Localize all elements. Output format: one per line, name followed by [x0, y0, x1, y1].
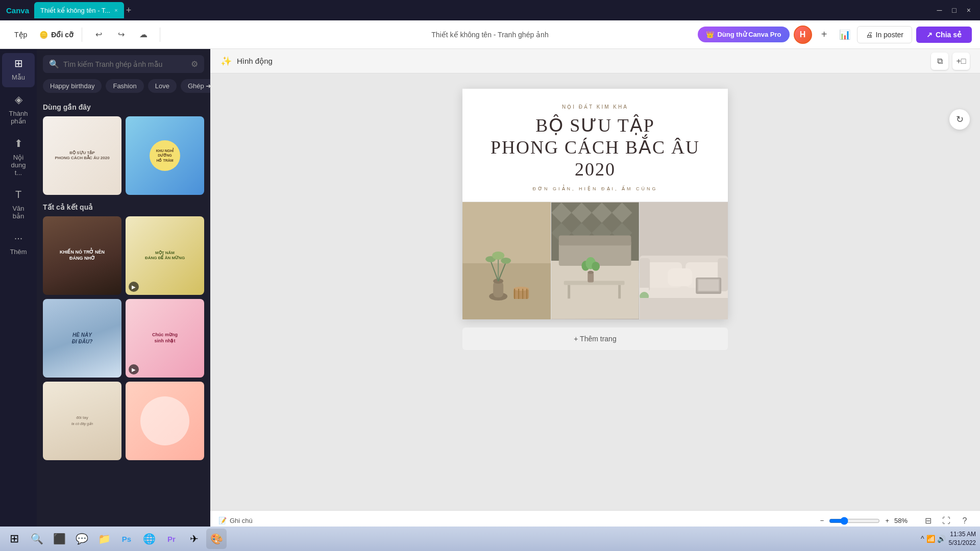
canvas-area: ✨ Hình động ⧉ +□ NỘI ĐẤT KIM KHA BỘ SƯU …	[210, 49, 980, 531]
template-item-7[interactable]: đôi tayta có đây gần	[43, 382, 121, 460]
taskbar-system-tray: ^ 📶 🔊 11:35 AM 5/31/2022	[921, 530, 976, 547]
start-button[interactable]: ⊞	[4, 529, 24, 549]
zoom-slider[interactable]	[829, 517, 880, 525]
zoom-out-button[interactable]: −	[820, 517, 824, 524]
sidebar-item-label: Thành phần	[5, 108, 32, 127]
maximize-button[interactable]: □	[949, 5, 959, 15]
elements-icon: ◈	[15, 93, 22, 106]
tag-happy-birthday[interactable]: Happy birthday	[43, 79, 102, 93]
template-item-3[interactable]: KHIẾN NÓ TRỞ NÊNĐÁNG NHỚ	[43, 216, 121, 295]
sidebar-item-thanh-phan[interactable]: ◈ Thành phần	[2, 89, 35, 131]
undo-button[interactable]: ↩	[90, 27, 107, 43]
separator-2	[160, 28, 160, 42]
zoom-controls: − + 58% ⊟ ⛶ ?	[820, 514, 972, 528]
template-item-4[interactable]: MỘT NĂMĐÁNG ĐỂ ĂN MỪNG ▶	[126, 216, 204, 295]
svg-rect-43	[640, 258, 650, 291]
svg-rect-29	[559, 235, 631, 245]
help-button[interactable]: ?	[958, 514, 972, 528]
view-mode-buttons: ⊟ ⛶ ?	[921, 514, 972, 528]
recent-section-title: Dùng gần đây	[43, 103, 204, 111]
app-logo: Canva	[6, 6, 29, 15]
taskbar-search[interactable]: 🔍	[27, 529, 47, 549]
window-close-button[interactable]: ×	[964, 5, 974, 15]
taskbar-canva[interactable]: 🎨	[206, 529, 227, 549]
taskbar-chrome[interactable]: 🌐	[139, 529, 159, 549]
filter-icon[interactable]: ⚙	[191, 59, 198, 69]
duplicate-frame-button[interactable]: ⧉	[931, 53, 948, 70]
taskbar-widgets[interactable]: ⬛	[49, 529, 69, 549]
svg-rect-30	[564, 281, 625, 285]
design-photo-3	[640, 202, 728, 319]
canvas-mode-title: Hình động	[237, 57, 273, 66]
taskbar-photoshop[interactable]: Ps	[116, 529, 137, 549]
svg-point-10	[501, 258, 511, 264]
fullscreen-button[interactable]: ⛶	[939, 514, 953, 528]
analytics-button[interactable]: 📊	[837, 27, 853, 43]
window-controls: ─ □ ×	[934, 5, 974, 15]
tag-love[interactable]: Love	[148, 79, 177, 93]
design-photo-grid	[462, 202, 728, 319]
tag-fashion[interactable]: Fashion	[106, 79, 143, 93]
system-icons: ^ 📶 🔊	[921, 535, 946, 543]
canvas-scroll-area[interactable]: NỘI ĐẤT KIM KHA BỘ SƯU TẬP PHONG CÁCH BẮ…	[210, 73, 980, 510]
sidebar-item-mau[interactable]: ⊞ Mẫu	[2, 53, 35, 87]
taskbar-premiere[interactable]: Pr	[161, 529, 182, 549]
taskbar-chevron-icon[interactable]: ^	[921, 535, 924, 543]
design-subtitle-text: ĐƠN GIẢN, HIỆN ĐẠI, ẤM CÚNG	[478, 186, 713, 191]
share-button[interactable]: ↗ Chia sẻ	[916, 27, 972, 43]
design-photo-1	[462, 202, 551, 319]
taskbar-chat[interactable]: 💬	[71, 529, 92, 549]
separator	[82, 28, 82, 42]
canvas-toolbar: ✨ Hình động ⧉ +□	[210, 49, 980, 73]
close-tab-button[interactable]: ×	[114, 7, 117, 13]
main-toolbar: Tệp 🪙 Đổi cỡ ↩ ↪ ☁ Thiết kế không tên - …	[0, 20, 980, 49]
zoom-in-button[interactable]: +	[885, 517, 889, 524]
taskbar-explorer[interactable]: 📁	[94, 529, 114, 549]
new-tab-button[interactable]: +	[126, 5, 132, 16]
avatar[interactable]: H	[794, 26, 812, 44]
add-page-button[interactable]: + Thêm trang	[462, 328, 728, 350]
minimize-button[interactable]: ─	[934, 5, 945, 15]
refresh-button[interactable]: ↻	[949, 109, 970, 130]
taskbar-telegram[interactable]: ✈	[184, 529, 204, 549]
upload-icon: ⬆	[14, 137, 23, 149]
svg-rect-1	[462, 263, 551, 319]
taskbar-network-icon[interactable]: 📶	[926, 535, 935, 543]
recent-section: Dùng gần đây BỘ SỰU TẬPPHONG CÁCH BẮC ÂU…	[37, 99, 210, 199]
template-item-6[interactable]: Chúc mừngsinh nhật ▶	[126, 299, 204, 378]
sidebar-item-them[interactable]: ··· Thêm	[2, 228, 35, 262]
svg-rect-48	[668, 268, 692, 286]
add-frame-button[interactable]: +□	[952, 53, 970, 70]
single-page-view-button[interactable]: ⊟	[921, 514, 935, 528]
print-poster-button[interactable]: 🖨 In poster	[857, 26, 912, 43]
active-tab[interactable]: Thiết kế không tên - T... ×	[34, 2, 124, 18]
notes-button[interactable]: 📝 Ghi chú	[218, 517, 253, 524]
zoom-level-label: 58%	[894, 517, 908, 524]
design-photo-2	[551, 202, 639, 319]
sidebar-item-label: Thêm	[7, 246, 30, 258]
template-item-5[interactable]: HÈ NÀYĐI ĐÂU?	[43, 299, 121, 378]
search-input[interactable]	[63, 60, 187, 68]
crown-icon: 👑	[706, 31, 714, 38]
sidebar-item-label: Mẫu	[9, 71, 28, 83]
sidebar-item-van-ban[interactable]: T Văn bản	[2, 185, 35, 226]
svg-point-34	[588, 270, 594, 273]
add-collaborator-button[interactable]: +	[816, 27, 832, 43]
search-bar: 🔍 ⚙	[43, 55, 204, 73]
video-badge-2: ▶	[129, 364, 139, 374]
template-item-2[interactable]: KHU NGHỈDƯỠNGHỒ TRÀM	[126, 116, 204, 195]
canvas-tools: ⧉ +□	[931, 53, 970, 70]
file-menu-button[interactable]: Tệp	[8, 28, 33, 42]
resize-button[interactable]: 🪙 Đổi cỡ	[39, 31, 74, 39]
tab-label: Thiết kế không tên - T...	[40, 7, 110, 14]
sidebar-item-noi-dung[interactable]: ⬆ Nội dung t...	[2, 133, 35, 183]
save-cloud-button[interactable]: ☁	[135, 27, 152, 43]
taskbar-clock[interactable]: 11:35 AM 5/31/2022	[949, 530, 976, 547]
redo-button[interactable]: ↪	[113, 27, 129, 43]
tag-ghep[interactable]: Ghép ➜	[181, 79, 210, 93]
toolbar-right-section: 👑 Dùng thử Canva Pro H + 📊 🖨 In poster ↗…	[698, 26, 972, 44]
taskbar-volume-icon[interactable]: 🔊	[937, 535, 946, 543]
try-pro-button[interactable]: 👑 Dùng thử Canva Pro	[698, 27, 789, 42]
template-item-1[interactable]: BỘ SỰU TẬPPHONG CÁCH BẮC ÂU 2020	[43, 116, 121, 195]
template-item-8[interactable]	[126, 382, 204, 460]
